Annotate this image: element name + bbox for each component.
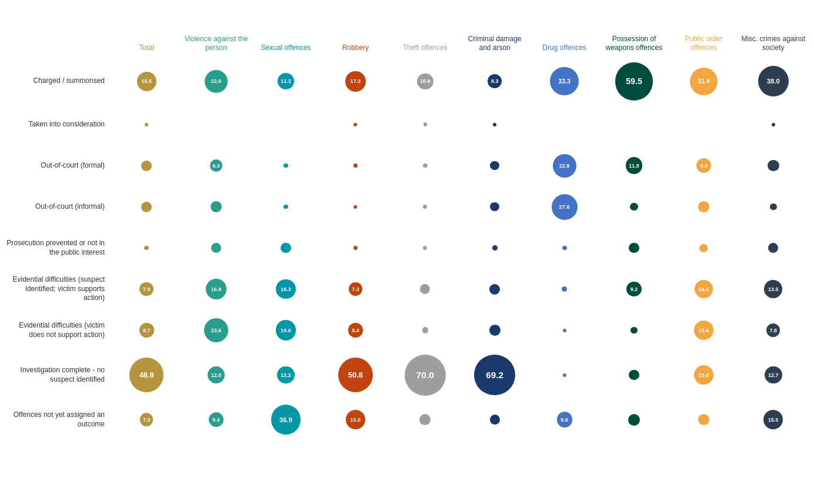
cell-r2-c2 <box>251 145 321 186</box>
cell-r8-c4 <box>391 399 460 440</box>
cell-r0-c9: 38.0 <box>739 61 808 102</box>
cell-r2-c6: 22.9 <box>529 145 599 186</box>
cell-r3-c8 <box>669 186 738 228</box>
cell-r1-c6 <box>529 104 599 145</box>
bubble-r8-c4 <box>419 414 431 425</box>
bubble-r8-c1: 9.4 <box>209 412 224 428</box>
bubble-r4-c5 <box>492 245 498 251</box>
bubble-r7-c6 <box>563 373 566 377</box>
cell-r4-c8 <box>669 228 738 269</box>
col-header-total: Total <box>112 12 181 59</box>
cell-r3-c0 <box>112 186 181 228</box>
bubble-r0-c9: 38.0 <box>758 66 789 96</box>
bubble-r4-c9 <box>768 243 778 253</box>
bubble-r3-c2 <box>283 205 288 209</box>
cell-r5-c1: 16.9 <box>181 269 251 310</box>
cell-r5-c9: 13.5 <box>739 269 808 310</box>
bubble-r3-c5 <box>490 202 499 211</box>
cell-r7-c1: 12.0 <box>181 355 251 396</box>
bubble-r7-c3: 50.8 <box>338 358 373 393</box>
cell-r1-c4 <box>391 104 460 145</box>
bubble-r3-c7 <box>630 203 638 211</box>
bubble-r5-c0: 7.9 <box>139 282 154 296</box>
cell-r3-c3 <box>321 186 390 228</box>
cell-r7-c0: 48.9 <box>112 354 181 396</box>
col-header-drug: Drug offences <box>529 12 599 59</box>
cell-r6-c4 <box>391 310 460 351</box>
bubble-r5-c4 <box>420 284 430 294</box>
bubble-r7-c1: 12.0 <box>208 366 225 383</box>
cell-r3-c6: 27.6 <box>529 186 599 228</box>
bubble-r6-c6 <box>563 329 566 332</box>
bubble-r8-c9: 15.5 <box>763 410 783 429</box>
bubble-r5-c8: 14.2 <box>695 280 713 299</box>
bubble-r0-c4: 10.8 <box>417 74 433 89</box>
cell-r6-c8: 15.4 <box>669 310 738 351</box>
row-label-3: Out-of-court (informal) <box>6 186 112 228</box>
bubble-r6-c5 <box>489 325 501 336</box>
bubble-r7-c0: 48.9 <box>129 358 164 392</box>
bubble-r2-c9 <box>768 160 779 172</box>
cell-r2-c9 <box>739 145 808 186</box>
col-header-robbery: Robbery <box>321 12 390 59</box>
cell-r7-c5: 69.2 <box>460 351 529 399</box>
col-header-criminal: Criminal damage and arson <box>460 12 529 59</box>
cell-r8-c6: 9.8 <box>529 399 599 440</box>
cell-r1-c5 <box>460 104 529 145</box>
cell-r7-c7 <box>599 355 669 396</box>
bubble-r3-c1 <box>211 201 222 212</box>
cell-r3-c5 <box>460 186 529 228</box>
bubble-r4-c8 <box>699 244 708 252</box>
bubble-r2-c0 <box>141 161 152 171</box>
cell-r8-c3: 15.0 <box>321 399 390 440</box>
cell-r5-c0: 7.9 <box>112 269 181 310</box>
cell-r2-c3 <box>321 145 390 186</box>
bubble-r7-c9: 12.7 <box>765 366 782 384</box>
bubble-r3-c3 <box>353 205 357 209</box>
cell-r1-c1 <box>181 104 251 145</box>
cell-r2-c4 <box>391 145 460 186</box>
col-header-theft: Theft offences <box>391 12 460 59</box>
bubble-r0-c1: 22.0 <box>205 70 228 93</box>
cell-r1-c0 <box>112 104 181 145</box>
cell-r0-c8: 31.4 <box>669 61 738 102</box>
bubble-r6-c8: 15.4 <box>694 321 713 340</box>
cell-r8-c8 <box>669 399 738 440</box>
bubble-r4-c1 <box>211 243 222 253</box>
bubble-r4-c3 <box>353 246 358 250</box>
cell-r3-c1 <box>181 186 251 228</box>
bubble-r7-c4: 70.0 <box>405 355 446 396</box>
cell-r7-c2: 12.2 <box>251 355 321 396</box>
bubble-r8-c8 <box>698 414 709 425</box>
cell-r8-c9: 15.5 <box>739 399 808 440</box>
col-header-sexual: Sexual offences <box>251 12 321 59</box>
cell-r5-c8: 14.2 <box>669 269 738 310</box>
cell-r1-c9 <box>739 104 808 145</box>
cell-r3-c9 <box>739 186 808 228</box>
cell-r4-c4 <box>391 228 460 269</box>
bubble-r4-c0 <box>144 246 149 251</box>
bubble-r8-c5 <box>490 415 500 425</box>
row-label-2: Out-of-court (formal) <box>6 145 112 186</box>
cell-r7-c3: 50.8 <box>321 354 390 396</box>
cell-r5-c3: 7.3 <box>321 269 390 310</box>
bubble-r8-c0: 7.3 <box>140 413 154 426</box>
bubble-r6-c0: 8.7 <box>139 323 154 338</box>
cell-r0-c4: 10.8 <box>391 61 460 102</box>
bubble-r6-c3: 8.4 <box>348 323 362 337</box>
cell-r6-c7 <box>599 310 669 351</box>
row-label-8: Offences not yet assigned an outcome <box>6 399 112 440</box>
bubble-r6-c1: 23.6 <box>204 318 228 342</box>
bubble-r5-c5 <box>489 284 500 295</box>
cell-r6-c0: 8.7 <box>112 310 181 351</box>
bubble-r5-c1: 16.9 <box>206 279 226 299</box>
bubble-r6-c2: 16.8 <box>276 320 296 340</box>
cell-r2-c0 <box>112 145 181 186</box>
cell-r0-c2: 11.3 <box>251 61 321 102</box>
chart-container: TotalViolence against the personSexual o… <box>0 0 814 452</box>
bubble-r2-c7: 11.8 <box>626 157 643 174</box>
cell-r5-c6 <box>529 269 599 310</box>
col-header-misc: Misc. crimes against society <box>739 12 808 59</box>
row-label-7: Investigation complete - no suspect iden… <box>6 355 112 396</box>
bubble-chart: TotalViolence against the personSexual o… <box>6 12 808 440</box>
